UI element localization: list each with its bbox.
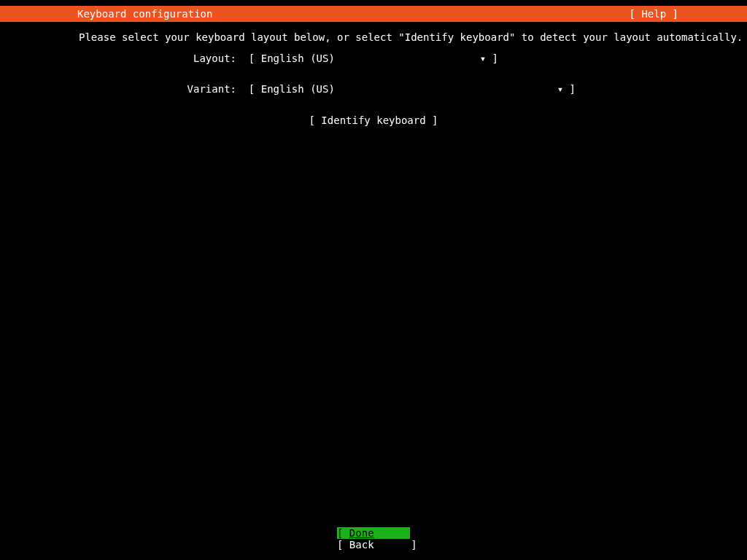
variant-select[interactable]: [ English (US)▾ ]	[249, 83, 576, 95]
layout-select[interactable]: [ English (US)▾ ]	[249, 52, 498, 64]
help-button[interactable]: [ Help ]	[630, 8, 678, 20]
titlebar: Keyboard configuration [ Help ]	[0, 6, 747, 22]
back-button[interactable]: [ Back ]	[337, 539, 410, 551]
layout-value: English (US)	[261, 52, 480, 64]
page-title: Keyboard configuration	[77, 8, 212, 20]
variant-value: English (US)	[261, 83, 557, 95]
layout-row: Layout: [ English (US)▾ ]	[79, 52, 498, 64]
done-button[interactable]: [ Done ]	[337, 527, 410, 539]
footer: [ Done ] [ Back ]	[0, 527, 747, 551]
layout-label: Layout:	[79, 52, 236, 64]
done-label: Done	[349, 527, 374, 539]
instruction-text: Please select your keyboard layout below…	[79, 31, 743, 43]
variant-row: Variant: [ English (US)▾ ]	[79, 83, 576, 95]
variant-label: Variant:	[79, 83, 236, 95]
identify-keyboard-button[interactable]: [ Identify keyboard ]	[0, 114, 747, 126]
chevron-down-icon: ▾	[480, 52, 486, 64]
chevron-down-icon: ▾	[557, 83, 563, 95]
